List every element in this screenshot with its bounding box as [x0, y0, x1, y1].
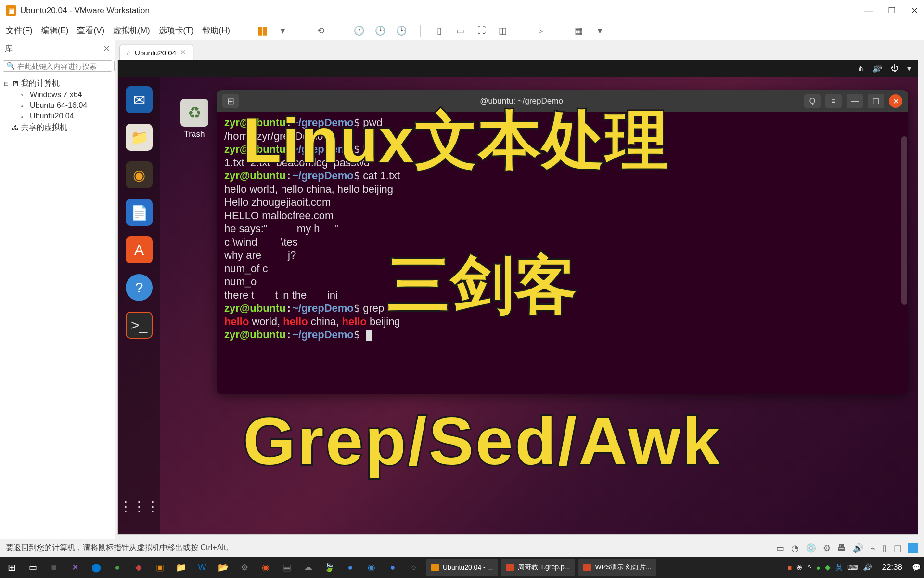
menu-file[interactable]: 文件(F) — [6, 25, 33, 36]
collapse-icon[interactable]: ⊟ — [4, 80, 12, 87]
device-icon[interactable]: ⌁ — [870, 543, 875, 553]
terminal-close-icon[interactable]: ✕ — [889, 94, 902, 108]
notifications-icon[interactable]: 💬 — [912, 563, 921, 572]
tray-icon[interactable]: ● — [816, 564, 820, 572]
clock2-icon[interactable]: 🕑 — [374, 25, 386, 37]
volume-icon[interactable]: 🔊 — [873, 64, 882, 73]
layout1-icon[interactable]: ▯ — [433, 25, 446, 37]
device-icon[interactable]: ◫ — [894, 543, 902, 553]
taskbar-icon[interactable]: ⚙ — [236, 559, 253, 576]
minimize-button[interactable]: — — [864, 5, 873, 16]
dropdown2-icon[interactable]: ▾ — [594, 25, 606, 37]
tree-item-ubuntu16[interactable]: ▫ Ubuntu 64-16.04 — [4, 100, 111, 111]
taskbar-icon[interactable]: ◉ — [363, 559, 380, 576]
menu-view[interactable]: 查看(V) — [77, 25, 104, 36]
snapshot-icon[interactable]: ⟲ — [315, 25, 327, 37]
terminal-minimize-icon[interactable]: — — [847, 94, 863, 108]
tree-item-ubuntu20[interactable]: ▫ Ubuntu20.04 — [4, 111, 111, 121]
close-library-icon[interactable]: ✕ — [103, 43, 110, 54]
taskbar-icon[interactable]: ◉ — [257, 559, 274, 576]
vm-tab-ubuntu20[interactable]: ⌂ Ubuntu20.04 ✕ — [119, 45, 193, 60]
taskbar-app-vmware[interactable]: Ubuntu20.04 - ... — [426, 559, 498, 576]
trash-icon: ♻ — [180, 99, 208, 127]
tray-icon[interactable]: ^ — [808, 564, 811, 572]
tree-shared-vms[interactable]: 🖧 共享的虚拟机 — [4, 121, 111, 133]
taskbar-icon[interactable]: ☁ — [299, 559, 317, 576]
taskbar-icon[interactable]: 📁 — [172, 559, 190, 576]
taskbar-icon[interactable]: ▤ — [278, 559, 295, 576]
terminal-maximize-icon[interactable]: ☐ — [868, 94, 884, 108]
unity-icon[interactable]: ◫ — [497, 25, 509, 37]
tray-icon[interactable]: 🔊 — [863, 563, 872, 572]
device-icon[interactable]: ▯ — [882, 543, 887, 553]
dock-help-icon[interactable]: ? — [126, 274, 153, 301]
tray-icon[interactable]: ■ — [787, 564, 792, 572]
terminal-body[interactable]: zyr@ubuntu:~/grepDemo$ pwd /home/zyr/gre… — [217, 112, 908, 345]
device-icon[interactable]: 🔊 — [853, 543, 863, 553]
tray-icon[interactable]: ❀ — [796, 563, 803, 572]
taskbar-app-wps2[interactable]: WPS演示 幻灯片... — [578, 559, 656, 576]
tree-root-my-computer[interactable]: ⊟ 🖥 我的计算机 — [4, 78, 111, 90]
dock-software-icon[interactable]: A — [126, 236, 153, 263]
tree-item-windows7[interactable]: ▫ Windows 7 x64 — [4, 90, 111, 100]
maximize-button[interactable]: ☐ — [888, 5, 896, 16]
desktop-trash[interactable]: ♻ Trash — [180, 99, 208, 139]
tray-icon[interactable]: ⌨ — [847, 563, 858, 572]
taskbar-icon[interactable]: 📂 — [215, 559, 232, 576]
layout2-icon[interactable]: ▭ — [454, 25, 467, 37]
dock-terminal-icon[interactable]: >_ — [126, 312, 153, 339]
tray-icon[interactable]: 英 — [835, 563, 843, 572]
taskbar-icon[interactable]: ● — [109, 559, 126, 576]
device-icon[interactable]: 💿 — [806, 543, 816, 553]
terminal-menu-icon[interactable]: ≡ — [825, 94, 842, 108]
taskbar-icon[interactable]: ● — [342, 559, 359, 576]
dock-rhythmbox-icon[interactable]: ◉ — [126, 161, 153, 188]
menu-tabs[interactable]: 选项卡(T) — [159, 25, 194, 36]
close-button[interactable]: ✕ — [911, 5, 918, 16]
taskbar-icon[interactable]: ⬤ — [88, 559, 105, 576]
pause-icon[interactable]: ▮▮ — [256, 25, 268, 37]
new-tab-button[interactable]: ⊞ — [222, 94, 239, 108]
power-icon[interactable]: ⏻ — [891, 64, 898, 73]
dock-writer-icon[interactable]: 📄 — [126, 199, 153, 226]
device-icon[interactable]: ◔ — [791, 543, 799, 553]
fullscreen-icon[interactable]: ⛶ — [475, 25, 488, 37]
clock3-icon[interactable]: 🕒 — [395, 25, 408, 37]
chevron-down-icon[interactable]: ▾ — [907, 64, 911, 73]
search-box[interactable]: 🔍 — [3, 60, 112, 72]
close-tab-icon[interactable]: ✕ — [180, 48, 186, 57]
device-icon[interactable]: ⚙ — [823, 543, 831, 553]
taskbar-icon[interactable]: ◆ — [130, 559, 147, 576]
taskbar-icon[interactable]: ■ — [45, 559, 63, 576]
tray-icon[interactable]: ◆ — [825, 563, 831, 572]
dock-files-icon[interactable]: 📁 — [126, 124, 153, 151]
taskbar-icon[interactable]: ● — [384, 559, 401, 576]
taskbar-icon[interactable]: ▣ — [151, 559, 168, 576]
taskbar-icon[interactable]: W — [193, 559, 211, 576]
taskbar-icon[interactable]: 🍃 — [321, 559, 338, 576]
vm-screen[interactable]: ⋔ 🔊 ⏻ ▾ ✉ 📁 ◉ 📄 A ? >_ ⋮⋮⋮ ♻ Trash — [117, 60, 918, 535]
menu-edit[interactable]: 编辑(E) — [41, 25, 69, 36]
taskbar-app-wps1[interactable]: 周哥教IT.grep.p... — [501, 559, 575, 576]
search-input[interactable] — [17, 62, 109, 70]
taskbar-icon[interactable]: ○ — [405, 559, 423, 576]
menu-help[interactable]: 帮助(H) — [202, 25, 230, 36]
dock-apps-icon[interactable]: ⋮⋮⋮ — [126, 493, 153, 520]
clock[interactable]: 22:38 — [877, 563, 907, 572]
terminal-window[interactable]: ⊞ @ubuntu: ~/grepDemo Q ≡ — ☐ ✕ zyr@ubun… — [217, 90, 908, 394]
dropdown-icon[interactable]: ▾ — [277, 25, 289, 37]
network-icon[interactable]: ⋔ — [858, 64, 864, 73]
side-panel-button[interactable] — [908, 543, 918, 553]
taskview-icon[interactable]: ▭ — [24, 559, 41, 576]
dock-thunderbird-icon[interactable]: ✉ — [126, 86, 153, 113]
device-icon[interactable]: ▭ — [776, 543, 784, 553]
console-icon[interactable]: ▹ — [535, 25, 547, 37]
tools-icon[interactable]: ▦ — [573, 25, 585, 37]
taskbar-icon[interactable]: ✕ — [66, 559, 84, 576]
clock1-icon[interactable]: 🕐 — [353, 25, 365, 37]
device-icon[interactable]: 🖶 — [837, 543, 846, 553]
start-button[interactable]: ⊞ — [3, 559, 20, 576]
menu-vm[interactable]: 虚拟机(M) — [113, 25, 150, 36]
terminal-scrollbar[interactable] — [901, 136, 907, 305]
terminal-search-icon[interactable]: Q — [804, 94, 821, 108]
